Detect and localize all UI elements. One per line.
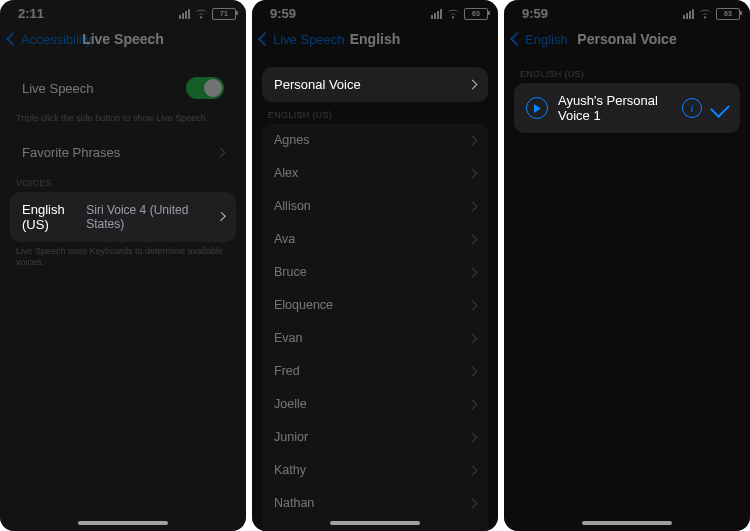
voice-row-label: Allison [274,199,311,213]
chevron-right-icon [468,201,478,211]
row-voice-english-us[interactable]: English (US) Siri Voice 4 (United States… [10,192,236,242]
voice-row-allison[interactable]: Allison [262,190,488,223]
back-button[interactable]: English [512,32,568,47]
voice-detail: Siri Voice 4 (United States) [86,203,211,231]
voices-group: English (US) Siri Voice 4 (United States… [10,192,236,242]
voice-row-label: Bruce [274,265,307,279]
live-speech-group: Live Speech [10,67,236,109]
chevron-right-icon [468,333,478,343]
voice-row-label: Kathy [274,463,306,477]
status-bar: 9:59 63 [504,0,750,23]
status-bar: 2:11 71 [0,0,246,23]
nav-bar: Accessibility Live Speech [0,23,246,61]
note-voices: Live Speech uses Keyboards to determine … [0,242,246,269]
chevron-right-icon [468,465,478,475]
chevron-left-icon [6,32,20,46]
chevron-right-icon [468,498,478,508]
row-live-speech-toggle[interactable]: Live Speech [10,67,236,109]
home-indicator[interactable] [330,521,420,525]
home-indicator[interactable] [582,521,672,525]
wifi-icon [698,9,712,19]
voice-row-nathan[interactable]: Nathan [262,487,488,520]
voice-list: AgnesAlexAllisonAvaBruceEloquenceEvanFre… [262,124,488,531]
row-label: Favorite Phrases [22,145,120,160]
info-icon[interactable]: i [682,98,702,118]
voice-row-junior[interactable]: Junior [262,421,488,454]
voice-row-label: Evan [274,331,303,345]
nav-bar: Live Speech English [252,23,498,61]
chevron-left-icon [258,32,272,46]
section-english-us: ENGLISH (US) [252,102,498,124]
voice-row-label: Fred [274,364,300,378]
play-icon[interactable] [526,97,548,119]
voice-lang-label: English (US) [22,202,86,232]
row-label: Personal Voice [274,77,361,92]
status-bar: 9:59 63 [252,0,498,23]
back-label: Accessibility [21,32,92,47]
home-indicator[interactable] [78,521,168,525]
nav-bar: English Personal Voice [504,23,750,61]
signal-icon [431,9,442,19]
chevron-right-icon [468,300,478,310]
phone-2: 9:59 63 Live Speech English Personal Voi… [252,0,498,531]
section-voices: VOICES [0,170,246,192]
voice-row-eloquence[interactable]: Eloquence [262,289,488,322]
row-label: Live Speech [22,81,94,96]
signal-icon [179,9,190,19]
voice-row-agnes[interactable]: Agnes [262,124,488,157]
chevron-right-icon [216,147,226,157]
wifi-icon [446,9,460,19]
voice-row-label: Joelle [274,397,307,411]
voice-row-label: Agnes [274,133,309,147]
voice-row-label: Junior [274,430,308,444]
chevron-right-icon [468,267,478,277]
chevron-right-icon [468,432,478,442]
voice-row-label: Ava [274,232,295,246]
personal-voice-group: Personal Voice [262,67,488,102]
note-live-speech: Triple-click the side button to show Liv… [0,109,246,125]
chevron-left-icon [510,32,524,46]
back-label: Live Speech [273,32,345,47]
battery-icon: 71 [212,8,236,20]
back-button[interactable]: Live Speech [260,32,345,47]
row-personal-voice[interactable]: Personal Voice [262,67,488,102]
voice-row-evan[interactable]: Evan [262,322,488,355]
phone-3: 9:59 63 English Personal Voice ENGLISH (… [504,0,750,531]
battery-icon: 63 [716,8,740,20]
section-english-us: ENGLISH (US) [504,61,750,83]
wifi-icon [194,9,208,19]
chevron-right-icon [468,168,478,178]
voice-name: Ayush's Personal Voice 1 [558,93,672,123]
voice-row-joelle[interactable]: Joelle [262,388,488,421]
voice-row-kathy[interactable]: Kathy [262,454,488,487]
chevron-right-icon [468,80,478,90]
phone-1: 2:11 71 Accessibility Live Speech Live S… [0,0,246,531]
screenshots-row: 2:11 71 Accessibility Live Speech Live S… [0,0,750,531]
personal-voice-list: Ayush's Personal Voice 1 i [514,83,740,133]
voice-row-label: Nathan [274,496,314,510]
voice-row-bruce[interactable]: Bruce [262,256,488,289]
row-personal-voice-1[interactable]: Ayush's Personal Voice 1 i [514,83,740,133]
checkmark-icon [710,98,730,118]
back-button[interactable]: Accessibility [8,32,92,47]
chevron-right-icon [216,212,225,221]
chevron-right-icon [468,399,478,409]
status-time: 9:59 [522,6,548,21]
voice-row-label: Alex [274,166,298,180]
voice-row-fred[interactable]: Fred [262,355,488,388]
battery-icon: 63 [464,8,488,20]
signal-icon [683,9,694,19]
chevron-right-icon [468,366,478,376]
voice-row-ava[interactable]: Ava [262,223,488,256]
chevron-right-icon [468,234,478,244]
voice-row-label: Eloquence [274,298,333,312]
status-time: 9:59 [270,6,296,21]
toggle-switch-on[interactable] [186,77,224,99]
back-label: English [525,32,568,47]
chevron-right-icon [468,135,478,145]
row-favorite-phrases[interactable]: Favorite Phrases [10,135,236,170]
status-time: 2:11 [18,6,44,21]
voice-row-alex[interactable]: Alex [262,157,488,190]
favorites-group: Favorite Phrases [10,135,236,170]
